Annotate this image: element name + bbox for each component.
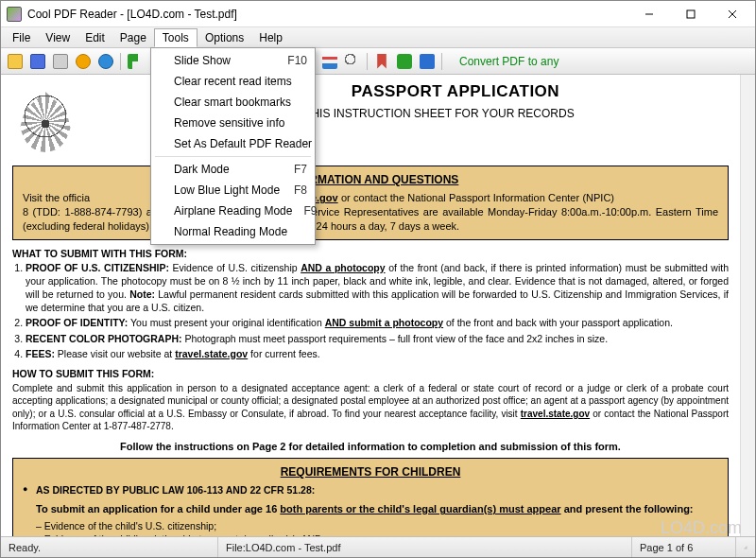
menubar: File View Edit Page Tools Options Help — [1, 27, 755, 48]
menu-options[interactable]: Options — [198, 29, 251, 46]
info-box: INFORMATION AND QUESTIONS Visit the offi… — [12, 166, 729, 240]
dd-separator — [155, 156, 311, 157]
window-title: Cool PDF Reader - [LO4D.com - Test.pdf] — [27, 8, 628, 21]
save-icon[interactable] — [27, 51, 48, 72]
children-dash-list: Evidence of the child's U.S. citizenship… — [23, 519, 718, 536]
dd-clear-bookmarks[interactable]: Clear smart bookmarks — [151, 92, 315, 113]
maximize-button[interactable] — [670, 2, 712, 26]
tools-dropdown: Slide ShowF10 Clear recent read items Cl… — [150, 47, 316, 245]
how-to-submit-body: Complete and submit this application in … — [12, 382, 729, 433]
info-icon[interactable] — [73, 51, 94, 72]
svg-rect-8 — [746, 547, 747, 548]
follow-instruction: Follow the instructions on Page 2 for de… — [12, 441, 729, 452]
svg-rect-1 — [687, 10, 695, 18]
list-item: FEES: Please visit our website at travel… — [26, 347, 729, 360]
minimize-button[interactable] — [628, 2, 670, 26]
children-lead: To submit an application for a child und… — [23, 502, 718, 516]
us-seal-icon — [12, 82, 78, 158]
toolbar-separator — [441, 53, 442, 70]
dd-low-blue[interactable]: Low Blue Light ModeF8 — [151, 180, 315, 201]
svg-rect-4 — [747, 548, 747, 549]
svg-rect-6 — [747, 547, 747, 548]
doc-subtitle: XXXXX AIN THIS INSTRUCTION SHEET FOR YOU… — [12, 107, 729, 120]
document-viewport[interactable]: XXXXXXXX PASSPORT APPLICATION XXXXX AIN … — [1, 75, 740, 536]
dd-normal[interactable]: Normal Reading Mode — [151, 221, 315, 242]
what-to-submit-header: WHAT TO SUBMIT WITH THIS FORM: — [12, 248, 729, 259]
how-to-submit-header: HOW TO SUBMIT THIS FORM: — [12, 368, 729, 379]
status-ready: Ready. — [1, 537, 218, 557]
list-item: PROOF OF IDENTITY: You must present your… — [26, 316, 729, 329]
app-icon — [7, 7, 22, 22]
close-button[interactable] — [712, 2, 753, 26]
convert-label[interactable]: Convert PDF to any — [452, 53, 566, 70]
children-bullets: AS DIRECTED BY PUBLIC LAW 106-113 AND 22… — [23, 483, 718, 497]
menu-view[interactable]: View — [38, 29, 77, 46]
statusbar: Ready. File: LO4D.com - Test.pdf Page 1 … — [1, 536, 755, 557]
vertical-scrollbar[interactable] — [740, 75, 755, 536]
svg-rect-9 — [747, 546, 747, 547]
status-file: File: LO4D.com - Test.pdf — [218, 537, 632, 557]
menu-edit[interactable]: Edit — [77, 29, 112, 46]
list-item: PROOF OF U.S. CITIZENSHIP: Evidence of U… — [26, 261, 729, 315]
chart-icon[interactable] — [319, 51, 340, 72]
submit-list: PROOF OF U.S. CITIZENSHIP: Evidence of U… — [26, 261, 729, 360]
menu-tools[interactable]: Tools — [154, 28, 198, 47]
toolbar-separator — [367, 53, 368, 70]
dd-slide-show[interactable]: Slide ShowF10 — [151, 50, 315, 71]
dd-airplane[interactable]: Airplane Reading ModeF9 — [151, 201, 315, 221]
menu-file[interactable]: File — [5, 29, 38, 46]
doc-title: XXXXXXXX PASSPORT APPLICATION — [12, 82, 729, 101]
first-page-icon[interactable] — [125, 51, 146, 72]
menu-page[interactable]: Page — [112, 29, 154, 46]
link-fees[interactable]: travel.state.gov — [175, 348, 248, 359]
about-icon[interactable] — [95, 51, 116, 72]
dd-remove-sensitive[interactable]: Remove sensitive info — [151, 113, 315, 133]
settings-icon[interactable] — [394, 51, 415, 72]
link-how[interactable]: travel.state.gov — [521, 409, 590, 419]
resize-grip-icon[interactable] — [736, 537, 755, 557]
dd-set-default[interactable]: Set As Default PDF Reader — [151, 133, 315, 154]
dd-dark-mode[interactable]: Dark ModeF7 — [151, 159, 315, 180]
app-window: Cool PDF Reader - [LO4D.com - Test.pdf] … — [0, 0, 756, 558]
exit-icon[interactable] — [417, 51, 438, 72]
info-box-body: Visit the officiae at travel.state.gov o… — [23, 191, 718, 234]
print-icon[interactable] — [50, 51, 71, 72]
toolbar: Convert PDF to any — [1, 48, 755, 75]
status-page: Page 1 of 6 — [632, 537, 736, 557]
find-icon[interactable] — [342, 51, 363, 72]
children-box: REQUIREMENTS FOR CHILDREN AS DIRECTED BY… — [12, 458, 729, 536]
window-controls — [628, 2, 753, 26]
open-icon[interactable] — [5, 51, 26, 72]
dd-clear-recent[interactable]: Clear recent read items — [151, 71, 315, 92]
svg-rect-5 — [746, 548, 747, 549]
content-area: XXXXXXXX PASSPORT APPLICATION XXXXX AIN … — [1, 75, 755, 536]
list-item: RECENT COLOR PHOTOGRAPH: Photograph must… — [26, 332, 729, 345]
bookmark-icon[interactable] — [371, 51, 392, 72]
titlebar: Cool PDF Reader - [LO4D.com - Test.pdf] — [1, 1, 755, 27]
svg-rect-7 — [745, 548, 746, 549]
menu-help[interactable]: Help — [251, 29, 290, 46]
toolbar-separator — [120, 53, 121, 70]
